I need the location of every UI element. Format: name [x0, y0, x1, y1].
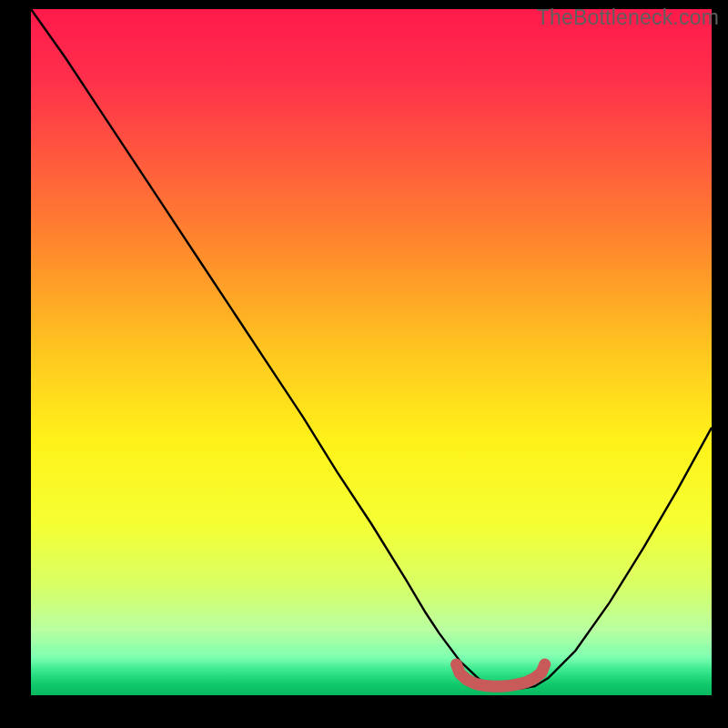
- chart-svg: [0, 0, 728, 728]
- plot-background: [31, 9, 712, 695]
- watermark-text: TheBottleneck.com: [537, 5, 719, 30]
- bottleneck-chart: TheBottleneck.com: [0, 0, 728, 728]
